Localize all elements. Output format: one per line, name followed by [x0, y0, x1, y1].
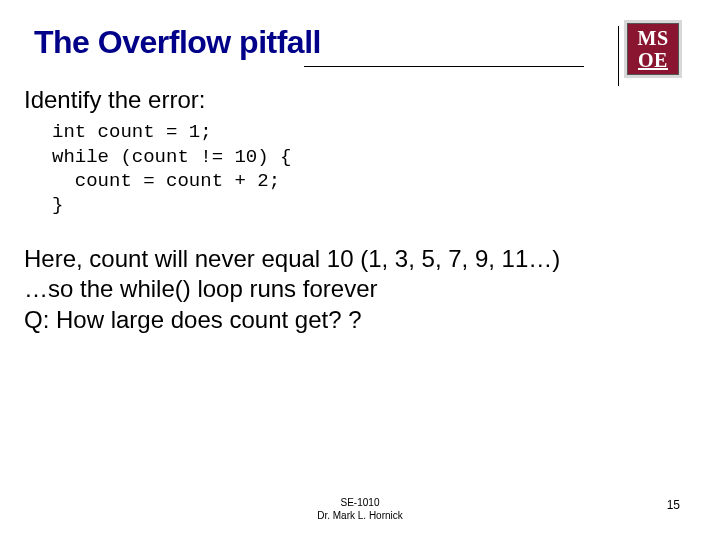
- body-line-3: Q: How large does count get? ?: [24, 305, 696, 336]
- msoe-logo: MS OE: [624, 20, 682, 78]
- slide-content: Identify the error: int count = 1; while…: [0, 71, 720, 336]
- logo-divider: [618, 26, 619, 86]
- logo-box: MS OE: [624, 20, 682, 78]
- logo-text-line1: MS: [627, 27, 679, 49]
- body-line-2: …so the while() loop runs forever: [24, 274, 696, 305]
- page-number: 15: [667, 498, 680, 512]
- code-block: int count = 1; while (count != 10) { cou…: [24, 114, 696, 217]
- footer-center: SE-1010 Dr. Mark L. Hornick: [0, 497, 720, 522]
- prompt-text: Identify the error:: [24, 85, 696, 114]
- footer-course: SE-1010: [0, 497, 720, 510]
- body-line-1: Here, count will never equal 10 (1, 3, 5…: [24, 244, 696, 275]
- logo-text-line2: OE: [627, 49, 679, 71]
- header-rule: [304, 66, 584, 67]
- footer-author: Dr. Mark L. Hornick: [0, 510, 720, 523]
- body-block: Here, count will never equal 10 (1, 3, 5…: [24, 218, 696, 336]
- slide-header: The Overflow pitfall MS OE: [0, 0, 720, 71]
